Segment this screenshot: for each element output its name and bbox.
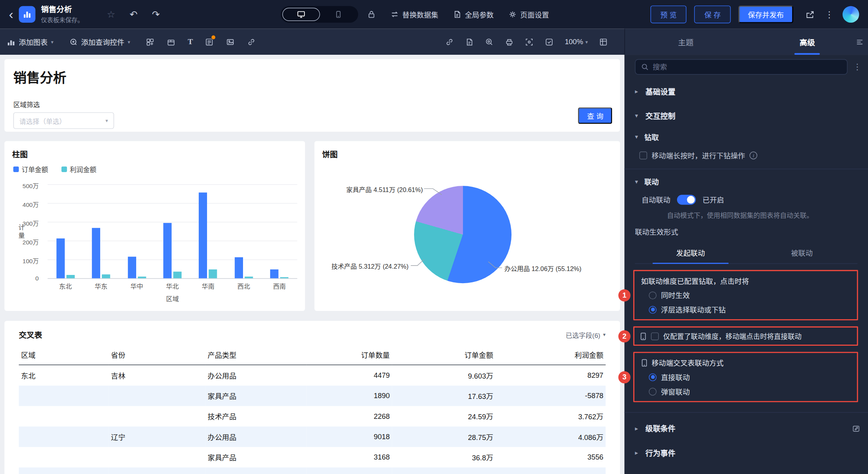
zoom-control[interactable]: 100% ▾: [565, 38, 588, 46]
bar-东北-订单金额[interactable]: [56, 239, 65, 278]
bar-华北-利润金额[interactable]: [173, 272, 182, 278]
legend-item[interactable]: 订单金额: [13, 164, 48, 174]
panel-more-icon[interactable]: ⋮: [853, 62, 861, 72]
section-behavior-event[interactable]: ▸ 行为事件: [625, 440, 868, 465]
component-layout-icon[interactable]: [146, 37, 155, 46]
bar-x-label: 华东: [83, 282, 119, 291]
bar-西北-订单金额[interactable]: [235, 257, 243, 278]
auto-linkage-toggle[interactable]: [677, 194, 696, 204]
radio-icon[interactable]: [649, 373, 657, 381]
preview-button[interactable]: 预 览: [650, 5, 687, 23]
panel-list-icon[interactable]: [855, 37, 864, 46]
more-options-icon[interactable]: ⋮: [825, 9, 834, 20]
checkbox-icon[interactable]: [651, 332, 659, 340]
desktop-mode-button[interactable]: [282, 8, 320, 21]
tab-container-icon[interactable]: [167, 37, 176, 46]
bar-chart-card[interactable]: 柱图 订单金额利润金额 计量 500万400万300万200万100万0 东北华…: [4, 141, 305, 311]
edit-pencil-icon[interactable]: [852, 424, 860, 432]
tab-theme[interactable]: 主题: [625, 29, 746, 55]
radio-icon[interactable]: [649, 306, 657, 314]
watermark-preview-icon[interactable]: [525, 37, 534, 46]
image-icon[interactable]: [226, 37, 235, 46]
replace-dataset-button[interactable]: 替换数据集: [390, 9, 438, 20]
table-row[interactable]: 家具产品189017.63万-5878: [19, 386, 605, 406]
cross-table-card[interactable]: 交叉表 已选字段(6) ▾ 区域省份产品类型订单数量订单金额利润金额 东北吉林办…: [4, 321, 620, 474]
pie[interactable]: [414, 186, 511, 283]
linkage-tab[interactable]: 被联动: [746, 242, 857, 264]
hyperlink-icon[interactable]: [445, 37, 454, 46]
bar-华南-利润金额[interactable]: [209, 269, 217, 278]
section-interaction-control[interactable]: ▾ 交互控制: [625, 104, 868, 128]
share-icon[interactable]: [805, 10, 815, 19]
section-basic-settings[interactable]: ▸ 基础设置: [625, 79, 868, 103]
radio-option[interactable]: 直接联动: [641, 368, 850, 382]
drill-checkbox-row[interactable]: 移动端长按时，进行下钻操作 i: [625, 146, 868, 165]
bar-华北-订单金额[interactable]: [163, 223, 171, 278]
radio-icon[interactable]: [649, 291, 657, 299]
table-col-header[interactable]: 省份: [109, 345, 205, 365]
query-button[interactable]: 查 询: [578, 107, 612, 124]
region-select[interactable]: 请选择（单选） ▾: [13, 112, 114, 129]
cascade-condition-label: 级联条件: [645, 423, 675, 434]
tab-advanced[interactable]: 高级: [747, 29, 868, 55]
embed-link-icon[interactable]: [247, 37, 256, 46]
table-row[interactable]: 东北吉林办公用品44799.603万8297: [19, 365, 605, 386]
table-col-header[interactable]: 区域: [19, 345, 109, 365]
search-at-icon[interactable]: [485, 37, 494, 46]
info-icon[interactable]: i: [749, 151, 757, 159]
undo-icon[interactable]: ↶: [130, 9, 137, 20]
grid-layout-icon[interactable]: [599, 37, 608, 46]
redo-icon[interactable]: ↷: [152, 9, 160, 20]
add-query-control-button[interactable]: 添加查询控件 ▾: [69, 36, 130, 47]
mobile-mode-button[interactable]: [320, 8, 356, 21]
checkbox-icon[interactable]: [639, 151, 647, 159]
table-row[interactable]: 技术产品396746.27万9.586万: [19, 467, 605, 474]
save-button[interactable]: 保 存: [694, 5, 731, 23]
table-row[interactable]: 家具产品316836.8万3556: [19, 447, 605, 467]
table-col-header[interactable]: 利润金额: [495, 345, 606, 365]
text-component-icon[interactable]: T: [188, 37, 193, 46]
global-params-button[interactable]: 全局参数: [453, 9, 494, 20]
table-row[interactable]: 辽宁办公用品901828.75万4.086万: [19, 427, 605, 447]
bar-华东-利润金额[interactable]: [102, 275, 110, 278]
box2-row[interactable]: 仅配置了联动维度，移动端点击时将直接联动: [640, 331, 851, 341]
subsection-drill[interactable]: ▾ 钻取: [625, 128, 868, 146]
save-publish-button[interactable]: 保存并发布: [738, 5, 793, 23]
bar-y-tick: 200万: [4, 237, 39, 246]
section-cascade-condition[interactable]: ▸ 级联条件: [625, 416, 868, 440]
box3-title: 移动端交叉表联动方式: [652, 357, 724, 368]
bar-西北-利润金额[interactable]: [245, 277, 253, 278]
table-row[interactable]: 技术产品226824.59万3.762万: [19, 406, 605, 426]
search-input[interactable]: [653, 63, 841, 71]
back-icon[interactable]: ‹: [9, 8, 13, 21]
selected-fields-dropdown[interactable]: 已选字段(6) ▾: [565, 330, 605, 339]
bar-西南-订单金额[interactable]: [270, 269, 279, 278]
search-box[interactable]: [635, 59, 847, 75]
favorite-star-icon[interactable]: ☆: [107, 9, 115, 20]
printer-icon[interactable]: [505, 37, 514, 46]
bar-华中-利润金额[interactable]: [138, 277, 146, 278]
bar-西南-利润金额[interactable]: [280, 277, 288, 278]
bar-东北-利润金额[interactable]: [66, 275, 74, 278]
linkage-tab[interactable]: 发起联动: [635, 242, 746, 264]
table-col-header[interactable]: 订单金额: [392, 345, 495, 365]
bar-华中-订单金额[interactable]: [128, 257, 136, 278]
bar-华南-订单金额[interactable]: [199, 193, 207, 278]
pie-chart-card[interactable]: 饼图 办公用品 12.06万 (55.12%) 技术产品 5.312万 (24.…: [314, 141, 620, 311]
add-chart-button[interactable]: 添加图表 ▾: [7, 36, 54, 47]
checkbox-select-icon[interactable]: [545, 37, 554, 46]
radio-icon[interactable]: [649, 388, 657, 395]
radio-option[interactable]: 同时生效: [641, 286, 850, 300]
lock-icon[interactable]: [367, 10, 376, 19]
subsection-linkage[interactable]: ▾ 联动: [625, 172, 868, 191]
document-icon[interactable]: [465, 37, 474, 46]
avatar[interactable]: [843, 6, 859, 23]
richtext-icon-badge-wrap[interactable]: [205, 37, 214, 46]
radio-option[interactable]: 弹窗联动: [641, 382, 850, 397]
table-col-header[interactable]: 产品类型: [205, 345, 307, 365]
legend-item[interactable]: 利润金额: [61, 164, 96, 174]
page-settings-button[interactable]: 页面设置: [508, 9, 549, 20]
table-col-header[interactable]: 订单数量: [306, 345, 392, 365]
bar-华东-订单金额[interactable]: [92, 228, 100, 278]
radio-option[interactable]: 浮层选择联动或下钻: [641, 300, 850, 315]
